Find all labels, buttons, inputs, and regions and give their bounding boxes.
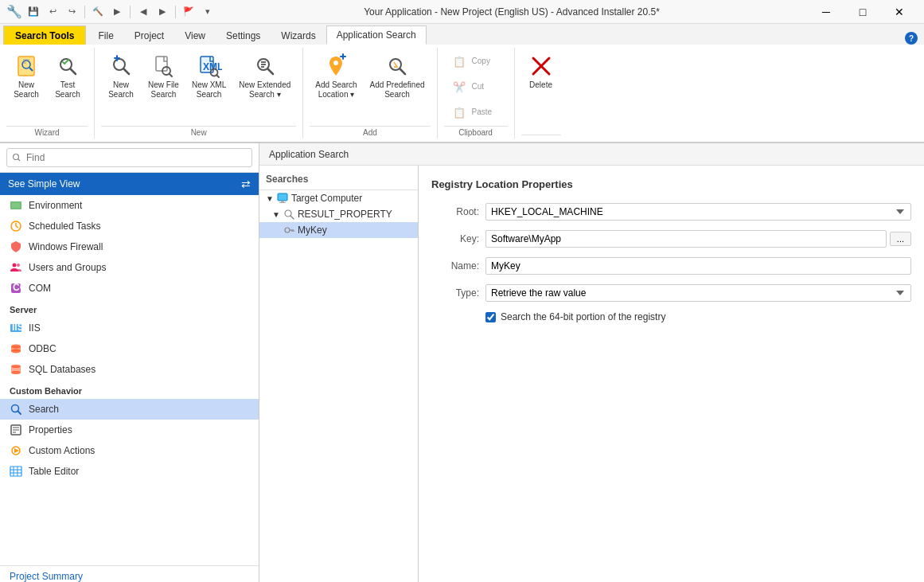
com-icon: COM [10,282,22,295]
properties-icon [10,424,22,436]
tree-node-result-property[interactable]: ▼ RESULT_PROPERTY [259,206,418,222]
add-search-location-btn[interactable]: Add SearchLocation ▾ [310,49,362,104]
title-bar-left: 🔧 💾 ↩ ↪ 🔨 ▶ ◀ ▶ 🚩 ▾ [6,4,216,20]
save-qat-btn[interactable]: 💾 [25,4,41,20]
simple-view-icon: ⇄ [241,178,251,190]
svg-line-45 [18,411,21,414]
tree-node-target-computer[interactable]: ▼ Target Computer [259,190,418,206]
sidebar-item-environment[interactable]: Environment [0,195,259,216]
sidebar-item-table-editor[interactable]: Table Editor [0,461,259,482]
main-layout: See Simple View ⇄ Environment Scheduled … [0,143,924,582]
tab-file[interactable]: File [88,25,123,45]
sidebar-search-input[interactable] [6,148,252,167]
minimize-btn[interactable]: ─ [808,0,844,24]
simple-view-btn[interactable]: See Simple View ⇄ [0,173,259,195]
wizard-group-items: NewSearch TestSearch [6,48,88,126]
type-select[interactable]: Retrieve the raw value Retrieve as strin… [485,284,911,302]
tab-project[interactable]: Project [124,25,174,45]
sidebar-item-iis[interactable]: IIS IIS [0,318,259,338]
ribbon-group-new: NewSearch New FileSearch XML New XMLSear… [95,48,303,139]
expand-arrow-target: ▼ [266,194,274,203]
undo-qat-btn[interactable]: ↩ [45,4,60,20]
copy-icon: 📋 [450,52,469,71]
new-search-btn[interactable]: NewSearch [101,49,141,104]
simple-view-label: See Simple View [8,178,80,189]
cut-label: Cut [472,82,485,92]
close-btn[interactable]: ✕ [881,0,918,24]
new-file-search-btn[interactable]: New FileSearch [142,49,185,104]
key-icon [283,225,294,236]
back-qat-btn[interactable]: ◀ [135,4,151,20]
tree-panel: Searches ▼ Target Computer ▼ RESULT_PROP… [259,166,419,582]
search-tools-tab[interactable]: Search Tools [3,25,86,45]
users-groups-label: Users and Groups [29,262,106,273]
new-extended-search-icon [252,53,278,79]
cut-btn[interactable]: ✂️ Cut [444,75,508,99]
redo-qat-btn[interactable]: ↪ [64,4,80,20]
sidebar-item-properties[interactable]: Properties [0,420,259,440]
svg-line-15 [216,75,219,77]
svg-point-32 [13,264,17,268]
tab-application-search[interactable]: Application Search [326,25,427,45]
table-editor-label: Table Editor [29,466,79,477]
tab-wizards[interactable]: Wizards [271,25,326,45]
svg-line-11 [170,74,173,77]
svg-text:COM: COM [13,282,22,293]
content-header: Application Search [259,143,924,166]
sidebar-item-search[interactable]: Search [0,399,259,420]
maximize-btn[interactable]: □ [844,0,881,24]
sql-icon [10,363,22,376]
run-qat-btn[interactable]: ▶ [109,4,125,20]
svg-point-43 [11,371,21,374]
add-predefined-search-label: Add PredefinedSearch [370,80,425,100]
iis-label: IIS [29,322,41,334]
name-input[interactable] [485,257,911,275]
com-label: COM [29,283,51,294]
sidebar-item-scheduled-tasks[interactable]: Scheduled Tasks [0,216,259,236]
copy-btn[interactable]: 📋 Copy [444,49,508,73]
svg-line-17 [267,69,273,75]
build-qat-btn[interactable]: 🔨 [90,4,106,20]
add-group-label: Add [310,126,430,139]
sidebar-item-users-groups[interactable]: Users and Groups [0,257,259,278]
paste-btn[interactable]: 📋 Paste [444,100,508,124]
sidebar-item-com[interactable]: COM COM [0,278,259,299]
scheduled-tasks-icon [10,220,22,232]
help-icon[interactable]: ? [905,32,918,45]
search-64bit-checkbox[interactable] [485,312,496,322]
add-predefined-search-btn[interactable]: Add PredefinedSearch [365,49,431,104]
delete-btn[interactable]: Delete [521,49,561,94]
new-extended-search-label: New ExtendedSearch ▾ [239,80,290,100]
key-input[interactable] [485,230,887,248]
test-search-icon [55,53,80,79]
environment-icon [10,199,22,212]
root-select[interactable]: HKEY_LOCAL_MACHINE HKEY_CURRENT_USER HKE… [485,203,911,221]
sidebar-item-custom-actions[interactable]: Custom Actions [0,440,259,461]
type-label: Type: [431,287,479,299]
qat-dropdown-btn[interactable]: ▾ [200,4,216,20]
key-browse-btn[interactable]: ... [890,232,911,246]
flag-qat-btn[interactable]: 🚩 [181,4,197,20]
svg-line-61 [290,216,294,219]
sidebar-search-area [0,143,259,173]
new-xml-search-btn[interactable]: XML New XMLSearch [186,49,232,104]
tree-node-mykey[interactable]: MyKey [259,222,418,238]
ribbon-tabs: Search Tools File Project View Settings … [0,24,924,45]
clipboard-group-items: 📋 Copy ✂️ Cut 📋 Paste [444,48,508,126]
project-summary-link[interactable]: Project Summary [0,565,259,582]
sidebar-item-odbc[interactable]: ODBC [0,338,259,359]
windows-firewall-icon [10,240,22,253]
test-search-btn[interactable]: TestSearch [48,49,88,104]
new-extended-search-btn[interactable]: New ExtendedSearch ▾ [233,49,296,104]
sidebar-item-windows-firewall[interactable]: Windows Firewall [0,236,259,257]
monitor-icon [277,193,288,204]
forward-qat-btn[interactable]: ▶ [154,4,170,20]
sidebar: See Simple View ⇄ Environment Scheduled … [0,143,259,582]
tab-settings[interactable]: Settings [216,25,271,45]
sidebar-item-sql[interactable]: SQL Databases [0,359,259,380]
root-label: Root: [431,206,479,217]
new-search-wizard-btn[interactable]: NewSearch [6,49,46,104]
tab-view[interactable]: View [174,25,216,45]
svg-rect-9 [156,57,167,71]
custom-actions-label: Custom Actions [29,445,95,456]
